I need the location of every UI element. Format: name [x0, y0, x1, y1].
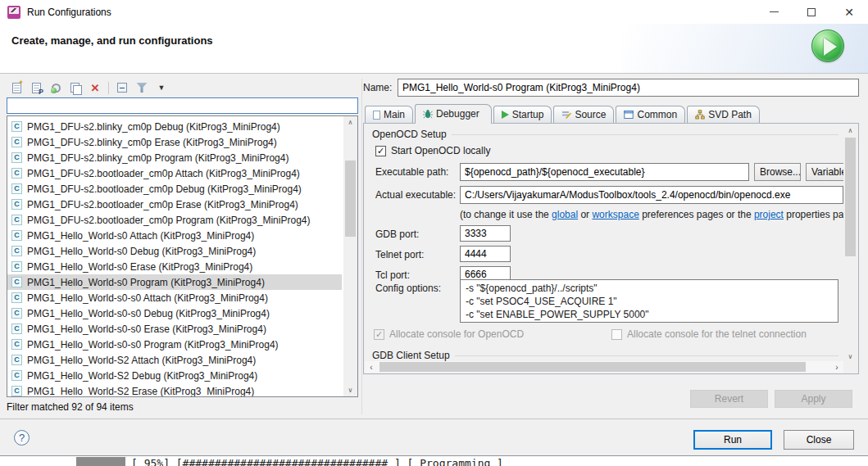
app-icon [7, 6, 20, 19]
new-configuration-button[interactable]: ✦ [8, 79, 25, 96]
scrollbar-thumb[interactable] [845, 138, 856, 256]
tree-item[interactable]: C PMG1_Hello_World-S2 Attach (KitProg3_M… [7, 352, 342, 368]
maximize-button[interactable] [793, 0, 830, 24]
c-application-icon: C [11, 386, 22, 396]
scrollbar-thumb[interactable] [345, 161, 356, 237]
tree-item[interactable]: C PMG1_Hello_World-s0 Attach (KitProg3_M… [7, 228, 342, 243]
run-button[interactable]: Run [693, 430, 772, 450]
close-button[interactable]: Close [784, 430, 854, 450]
collapse-all-button[interactable] [114, 79, 130, 96]
configurations-panel: ✦ P ✕ ▼ C PMG1_DFU-s2.blinky_cm0p Debug … [7, 79, 358, 416]
allocate-openocd-console-label: Allocate console for OpenOCD [389, 328, 524, 340]
tree-item[interactable]: C PMG1_DFU-s2.bootloader_cm0p Attach (Ki… [7, 165, 342, 181]
apply-button[interactable]: Apply [775, 390, 852, 408]
c-application-icon: C [11, 215, 22, 225]
scroll-up-icon[interactable]: ∧ [843, 124, 857, 137]
tree-item[interactable]: C PMG1_DFU-s2.bootloader_cm0p Erase (Kit… [7, 197, 342, 212]
toolbar-menu-button[interactable]: ▼ [153, 79, 170, 96]
c-application-icon: C [11, 121, 22, 132]
project-link[interactable]: project [754, 209, 784, 220]
allocate-telnet-console-checkbox[interactable] [611, 329, 622, 340]
delete-button[interactable]: ✕ [87, 79, 103, 96]
tree-item[interactable]: C PMG1_Hello_World-s0-s0 Debug (KitProg3… [7, 305, 342, 321]
tree-item[interactable]: C PMG1_Hello_World-S2 Erase (KitProg3_Mi… [7, 383, 342, 397]
browse-button[interactable]: Browse... [754, 163, 801, 181]
tree-item[interactable]: C PMG1_DFU-s2.blinky_cm0p Erase (KitProg… [7, 134, 342, 150]
debugger-bug-icon [423, 109, 433, 119]
close-icon: ✕ [844, 7, 854, 18]
gdb-port-input[interactable] [460, 225, 511, 242]
tab-main[interactable]: Main [365, 106, 413, 123]
minimize-button[interactable] [755, 0, 793, 24]
tree-item[interactable]: C PMG1_Hello_World-s0 Erase (KitProg3_Mi… [7, 259, 342, 274]
c-application-icon: C [11, 370, 22, 381]
duplicate-icon [70, 83, 81, 93]
filter-input[interactable] [7, 97, 358, 114]
start-openocd-checkbox[interactable]: ✓ [375, 146, 386, 156]
export-configurations-button[interactable] [48, 79, 64, 96]
executable-path-input[interactable] [460, 163, 749, 181]
config-options-label: Config options: [375, 283, 441, 294]
help-button[interactable]: ? [14, 430, 30, 446]
config-options-textarea[interactable]: -s "${openocd_path}/../scripts" -c "set … [460, 279, 838, 323]
scroll-down-icon[interactable]: ∨ [343, 384, 357, 396]
global-link[interactable]: global [552, 209, 578, 220]
tree-item[interactable]: C PMG1_DFU-s2.blinky_cm0p Debug (KitProg… [7, 119, 342, 134]
actual-executable-label: Actual executable: [375, 189, 456, 201]
tree-item[interactable]: C PMG1_Hello_World-s0-s0 Attach (KitProg… [7, 290, 342, 305]
tree-item-label: PMG1_Hello_World-s0-s0 Attach (KitProg3_… [27, 292, 268, 304]
content-vertical-scrollbar[interactable]: ∧ ∨ [843, 124, 857, 363]
duplicate-button[interactable] [67, 79, 84, 96]
name-label: Name: [363, 82, 398, 93]
actual-executable-input[interactable] [460, 186, 843, 204]
tree-item[interactable]: C PMG1_Hello_World-s0-s0 Erase (KitProg3… [7, 321, 342, 337]
revert-button[interactable]: Revert [690, 390, 768, 408]
telnet-port-input[interactable] [460, 246, 511, 262]
tree-item[interactable]: C PMG1_Hello_World-s0 Debug (KitProg3_Mi… [7, 243, 342, 259]
scroll-right-icon[interactable]: › [830, 363, 843, 372]
scrollbar-thumb[interactable] [379, 362, 806, 372]
tree-item-label: PMG1_DFU-s2.bootloader_cm0p Attach (KitP… [27, 168, 300, 179]
panel-sash[interactable] [361, 79, 362, 414]
c-application-icon: C [11, 137, 22, 147]
svd-path-tab-icon [695, 110, 705, 120]
tree-item-label: PMG1_Hello_World-S2 Debug (KitProg3_Mini… [27, 370, 257, 382]
delete-icon: ✕ [91, 83, 100, 93]
tree-item-label: PMG1_DFU-s2.bootloader_cm0p Erase (KitPr… [27, 199, 298, 210]
tree-item-label: PMG1_DFU-s2.bootloader_cm0p Debug (KitPr… [27, 183, 302, 195]
tree-item-label: PMG1_Hello_World-s0-s0 Debug (KitProg3_M… [27, 308, 270, 319]
tab-common[interactable]: Common [616, 106, 685, 123]
c-application-icon: C [11, 168, 22, 179]
tab-source[interactable]: Source [553, 106, 614, 123]
workspace-link[interactable]: workspace [592, 209, 639, 220]
maximize-icon [807, 8, 816, 16]
tree-item-label: PMG1_DFU-s2.blinky_cm0p Erase (KitProg3_… [27, 137, 277, 148]
tree-item-label: PMG1_DFU-s2.blinky_cm0p Debug (KitProg3_… [27, 121, 280, 133]
tree-item[interactable]: C PMG1_Hello_World-S2 Debug (KitProg3_Mi… [7, 368, 342, 383]
content-horizontal-scrollbar[interactable]: ‹ › [365, 361, 843, 373]
minimize-icon [770, 11, 779, 12]
tree-item[interactable]: C PMG1_Hello_World-s0 Program (KitProg3_… [7, 274, 342, 290]
scroll-up-icon[interactable]: ∧ [343, 116, 357, 129]
name-input[interactable] [398, 79, 859, 97]
filter-button[interactable] [134, 79, 150, 96]
toolbar-separator [108, 82, 109, 94]
tree-item[interactable]: C PMG1_DFU-s2.blinky_cm0p Program (KitPr… [7, 150, 342, 165]
tree-item[interactable]: C PMG1_DFU-s2.bootloader_cm0p Debug (Kit… [7, 181, 342, 197]
new-prototype-button[interactable]: P [28, 79, 44, 96]
tree-vertical-scrollbar[interactable]: ∧ ∨ [343, 116, 357, 396]
tab-debugger[interactable]: Debugger [415, 104, 492, 123]
group-rule [452, 134, 838, 135]
tree-item[interactable]: C PMG1_Hello_World-s0-s0 Program (KitPro… [7, 337, 342, 352]
tree-item[interactable]: C PMG1_DFU-s2.bootloader_cm0p Program (K… [7, 212, 342, 228]
scroll-down-icon[interactable]: ∨ [843, 351, 857, 363]
scroll-left-icon[interactable]: ‹ [365, 363, 378, 372]
tab-svd-path[interactable]: SVD Path [687, 106, 760, 123]
c-application-icon: C [11, 230, 22, 241]
tree-item-label: PMG1_Hello_World-s0 Program (KitProg3_Mi… [27, 277, 265, 288]
prototype-badge-icon: P [39, 88, 43, 96]
allocate-openocd-console-checkbox[interactable]: ✓ [374, 329, 384, 340]
configurations-toolbar: ✦ P ✕ ▼ [7, 79, 358, 97]
tab-startup[interactable]: Startup [493, 106, 552, 123]
close-window-button[interactable]: ✕ [830, 0, 868, 24]
